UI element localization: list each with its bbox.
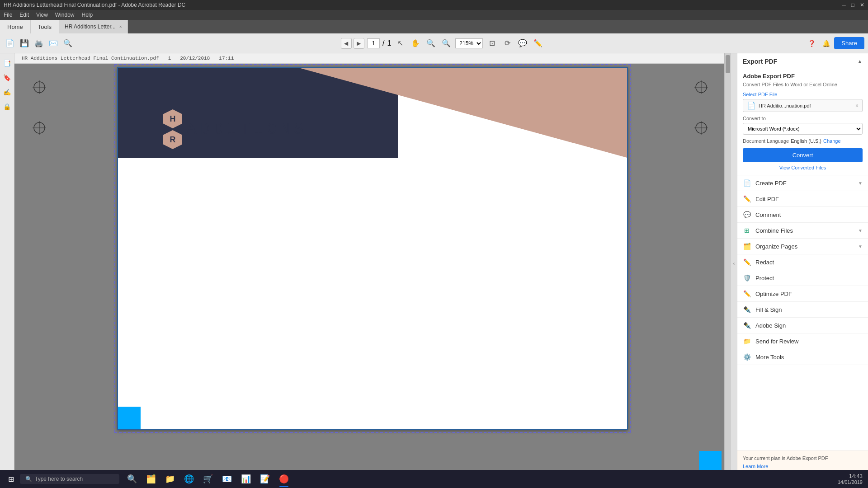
pencil-icon[interactable]: ✏️ xyxy=(532,37,544,50)
tab-close-button[interactable]: × xyxy=(119,24,122,29)
panel-collapse-button[interactable]: ▲ xyxy=(857,58,863,65)
taskbar-edge[interactable]: 🌐 xyxy=(180,470,198,488)
pdf-date: 20/12/2018 xyxy=(180,56,210,61)
menu-view[interactable]: View xyxy=(36,12,48,18)
tab-document[interactable]: HR Additions Letter... × xyxy=(59,20,128,33)
panel-toggle-button[interactable]: ‹ xyxy=(731,53,737,474)
combine-files-icon: ⊞ xyxy=(743,226,751,235)
share-button[interactable]: Share xyxy=(834,37,864,49)
taskbar-excel[interactable]: 📊 xyxy=(237,470,255,488)
zoom-out-icon[interactable]: 🔍 xyxy=(425,37,437,50)
taskbar-apps: 🔍 🗂️ 📁 🌐 🛒 📧 📊 📝 🔴 xyxy=(123,470,293,488)
print-icon[interactable]: 🖨️ xyxy=(33,37,45,50)
page-header-graphic: H R ADDITIONS xyxy=(118,68,627,158)
tool-comment[interactable]: 💬 Comment xyxy=(737,207,868,223)
toolbar-right: ❓ 🔔 Share xyxy=(805,37,864,50)
tool-adobe-sign[interactable]: ✒️ Adobe Sign xyxy=(737,318,868,333)
tab-tools[interactable]: Tools xyxy=(31,20,59,33)
tool-fill-sign[interactable]: ✒️ Fill & Sign xyxy=(737,302,868,318)
zoom-in-icon[interactable]: 🔍 xyxy=(440,37,453,50)
create-pdf-icon: 📄 xyxy=(743,179,751,187)
doc-lang-change-button[interactable]: Change xyxy=(823,138,841,144)
fill-sign-label: Fill & Sign xyxy=(755,306,863,313)
taskbar-search[interactable]: 🔍 Type here to search xyxy=(20,474,119,484)
cursor-tool-icon[interactable]: ↖ xyxy=(394,37,406,50)
learn-more-link[interactable]: Learn More xyxy=(743,464,863,469)
export-pdf-section: Adobe Export PDF Convert PDF Files to Wo… xyxy=(737,68,868,175)
optimize-pdf-icon: ✏️ xyxy=(743,290,751,298)
menu-edit[interactable]: Edit xyxy=(19,12,29,18)
menu-help[interactable]: Help xyxy=(82,12,93,18)
combine-files-label: Combine Files xyxy=(755,227,854,234)
sidebar-page-thumbnails-icon[interactable]: 📑 xyxy=(1,57,14,70)
crosshair-right xyxy=(694,121,708,136)
tool-send-review[interactable]: 📁 Send for Review xyxy=(737,333,868,349)
tool-more-tools[interactable]: ⚙️ More Tools xyxy=(737,349,868,365)
pdf-scrollbar[interactable] xyxy=(724,53,731,474)
scrollbar-thumb[interactable] xyxy=(726,55,730,73)
tab-home[interactable]: Home xyxy=(0,20,31,33)
file-remove-button[interactable]: × xyxy=(855,103,859,109)
crosshair-top-right xyxy=(694,80,708,96)
menu-window[interactable]: Window xyxy=(55,12,75,18)
hex-r: R xyxy=(163,130,182,149)
taskbar-start-button[interactable]: ⊞ xyxy=(2,470,20,488)
create-pdf-arrow: ▼ xyxy=(858,181,863,186)
file-name: HR Additio...nuation.pdf xyxy=(759,103,853,108)
pdf-page: H R ADDITIONS xyxy=(117,67,628,430)
fit-page-icon[interactable]: ⊡ xyxy=(486,37,498,50)
window-title: HR Additions Letterhead Final Continuati… xyxy=(4,2,185,8)
doc-lang-label: Document Language xyxy=(743,138,789,144)
view-converted-link[interactable]: View Converted Files xyxy=(743,165,863,170)
comment-icon[interactable]: 💬 xyxy=(516,37,529,50)
main-layout: 📑 🔖 ✍️ 🔒 HR Additions Letterhead Final C… xyxy=(0,53,868,474)
sidebar-security-icon[interactable]: 🔒 xyxy=(1,100,14,113)
tool-optimize-pdf[interactable]: ✏️ Optimize PDF xyxy=(737,286,868,302)
rotate-icon[interactable]: ⟳ xyxy=(501,37,514,50)
nav-prev-button[interactable]: ◀ xyxy=(341,38,352,49)
zoom-select[interactable]: 215% xyxy=(455,38,483,48)
tool-organize-pages[interactable]: 🗂️ Organize Pages ▼ xyxy=(737,239,868,254)
tool-create-pdf[interactable]: 📄 Create PDF ▼ xyxy=(737,175,868,191)
save-icon[interactable]: 💾 xyxy=(18,37,31,50)
nav-next-button[interactable]: ▶ xyxy=(354,38,364,49)
convert-to-select[interactable]: Microsoft Word (*.docx) xyxy=(743,123,863,135)
window-controls[interactable]: ─ □ ✕ xyxy=(842,2,864,8)
convert-button[interactable]: Convert xyxy=(743,148,863,162)
pdf-page-num: 1 xyxy=(168,56,171,61)
tool-redact[interactable]: ✏️ Redact xyxy=(737,254,868,270)
page-separator: / xyxy=(382,39,384,47)
more-tools-label: More Tools xyxy=(755,354,863,361)
hex-h: H xyxy=(163,109,182,128)
notification-icon[interactable]: 🔔 xyxy=(820,37,832,50)
maximize-btn[interactable]: □ xyxy=(851,2,854,8)
hand-tool-icon[interactable]: ✋ xyxy=(409,37,422,50)
email-icon[interactable]: ✉️ xyxy=(47,37,60,50)
taskbar-cortana[interactable]: 🔍 xyxy=(123,470,141,488)
doc-lang-value: English (U.S.) xyxy=(791,138,821,144)
page-number-input[interactable] xyxy=(367,38,380,48)
taskbar-acrobat[interactable]: 🔴 xyxy=(275,470,293,488)
tool-edit-pdf[interactable]: ✏️ Edit PDF xyxy=(737,191,868,207)
taskbar-word[interactable]: 📝 xyxy=(256,470,274,488)
sidebar-bookmarks-icon[interactable]: 🔖 xyxy=(1,71,14,84)
tool-protect[interactable]: 🛡️ Protect xyxy=(737,270,868,286)
menu-file[interactable]: File xyxy=(4,12,12,18)
taskbar-file-explorer[interactable]: 📁 xyxy=(161,470,179,488)
left-sidebar: 📑 🔖 ✍️ 🔒 xyxy=(0,53,14,474)
taskbar-store[interactable]: 🛒 xyxy=(199,470,217,488)
create-pdf-label: Create PDF xyxy=(755,180,854,187)
company-name: ADDITIONS xyxy=(187,120,307,139)
right-panel: Export PDF ▲ Adobe Export PDF Convert PD… xyxy=(737,53,868,474)
search-icon[interactable]: 🔍 xyxy=(61,37,74,50)
sidebar-signatures-icon[interactable]: ✍️ xyxy=(1,86,14,99)
search-icon: 🔍 xyxy=(25,476,32,482)
close-btn[interactable]: ✕ xyxy=(860,2,864,8)
taskbar-task-view[interactable]: 🗂️ xyxy=(142,470,160,488)
logo-area: H R ADDITIONS xyxy=(163,109,307,149)
new-file-icon[interactable]: 📄 xyxy=(4,37,16,50)
tool-combine-files[interactable]: ⊞ Combine Files ▼ xyxy=(737,223,868,239)
minimize-btn[interactable]: ─ xyxy=(842,2,846,8)
help-icon[interactable]: ❓ xyxy=(805,37,818,50)
taskbar-mail[interactable]: 📧 xyxy=(218,470,236,488)
